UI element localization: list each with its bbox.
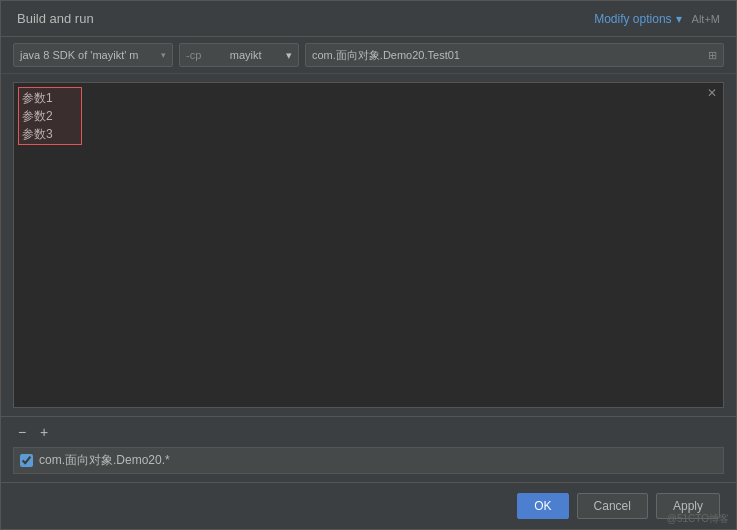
- param-item-2: 参数2: [22, 107, 715, 125]
- checkbox-row: com.面向对象.Demo20.*: [13, 447, 724, 474]
- watermark: @51CTO博客: [667, 512, 729, 526]
- dialog-footer: OK Cancel Apply: [1, 482, 736, 529]
- remove-button[interactable]: −: [13, 423, 31, 441]
- dialog-header: Build and run Modify options ▾ Alt+M: [1, 1, 736, 37]
- close-icon[interactable]: ✕: [707, 87, 717, 99]
- build-and-run-dialog: Build and run Modify options ▾ Alt+M jav…: [0, 0, 737, 530]
- cp-dropdown[interactable]: -cp mayikt ▾: [179, 43, 299, 67]
- add-button[interactable]: +: [35, 423, 53, 441]
- dialog-title: Build and run: [17, 11, 94, 26]
- modify-options-label: Modify options: [594, 12, 671, 26]
- params-editor: 参数1 参数2 参数3 ✕: [13, 82, 724, 408]
- checkbox-label[interactable]: com.面向对象.Demo20.*: [39, 452, 170, 469]
- class-value: com.面向对象.Demo20.Test01: [312, 48, 460, 63]
- expand-icon[interactable]: ⊞: [708, 49, 717, 62]
- modify-options-link[interactable]: Modify options ▾: [594, 12, 681, 26]
- sdk-label: java 8 SDK of 'mayikt' m: [20, 49, 139, 61]
- param-item-3: 参数3: [22, 125, 715, 143]
- cp-value: mayikt: [230, 49, 262, 61]
- toolbar-row: java 8 SDK of 'mayikt' m ▾ -cp mayikt ▾ …: [1, 37, 736, 74]
- bottom-section: − + com.面向对象.Demo20.*: [1, 416, 736, 482]
- sdk-dropdown[interactable]: java 8 SDK of 'mayikt' m ▾: [13, 43, 173, 67]
- sdk-arrow: ▾: [161, 50, 166, 60]
- modify-options-shortcut: Alt+M: [692, 13, 720, 25]
- params-editor-inner: 参数1 参数2 参数3 ✕: [14, 83, 723, 149]
- cp-arrow: ▾: [286, 49, 292, 62]
- checkbox-input[interactable]: [20, 454, 33, 467]
- cp-prefix: -cp: [186, 49, 201, 61]
- main-content: 参数1 参数2 参数3 ✕: [1, 74, 736, 416]
- cancel-button[interactable]: Cancel: [577, 493, 648, 519]
- class-field[interactable]: com.面向对象.Demo20.Test01 ⊞: [305, 43, 724, 67]
- param-item-1: 参数1: [22, 89, 715, 107]
- modify-options-arrow: ▾: [676, 12, 682, 26]
- ok-button[interactable]: OK: [517, 493, 568, 519]
- add-remove-row: − +: [13, 423, 724, 441]
